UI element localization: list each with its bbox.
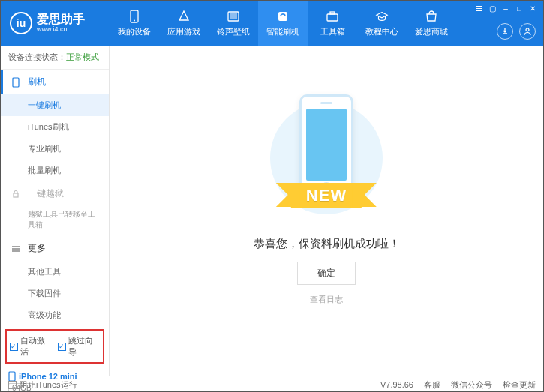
- footer-left: 阻止iTunes运行: [8, 379, 77, 391]
- logo-icon: iu: [10, 12, 32, 34]
- nav-store[interactable]: 爱思商城: [407, 1, 456, 46]
- app-url: www.i4.cn: [37, 25, 85, 34]
- svg-rect-8: [13, 78, 19, 87]
- phone-icon: [11, 77, 22, 88]
- sidebar: 设备连接状态：正常模式 刷机 一键刷机 iTunes刷机 专业刷机 批量刷机 一…: [1, 46, 110, 376]
- store-icon: [425, 10, 438, 23]
- checkbox-block-itunes[interactable]: 阻止iTunes运行: [8, 379, 77, 391]
- header-actions: [497, 23, 536, 40]
- nav-apps[interactable]: 应用游戏: [159, 1, 209, 46]
- success-message: 恭喜您，保资料刷机成功啦！: [254, 237, 400, 251]
- svg-rect-4: [278, 12, 287, 21]
- connection-status: 设备连接状态：正常模式: [1, 46, 109, 70]
- checkbox-auto-activate[interactable]: ✓ 自动激活: [10, 335, 52, 358]
- success-illustration: NEW: [270, 94, 383, 222]
- sidebar-item-advanced[interactable]: 高级功能: [1, 304, 109, 326]
- new-banner: NEW: [291, 183, 362, 208]
- version-label: V7.98.66: [380, 380, 413, 389]
- menu-icon[interactable]: ☰: [473, 4, 485, 13]
- main-nav: 我的设备 应用游戏 铃声壁纸 智能刷机 工具箱 教程中心 爱思商城: [110, 1, 456, 46]
- nav-ringtones[interactable]: 铃声壁纸: [209, 1, 258, 46]
- checkmark-icon: ✓: [10, 343, 18, 351]
- svg-point-7: [526, 28, 529, 31]
- nav-tutorials[interactable]: 教程中心: [357, 1, 407, 46]
- toolbox-icon: [326, 10, 339, 23]
- logo-area: iu 爱思助手 www.i4.cn: [1, 12, 110, 34]
- skin-icon[interactable]: ▢: [486, 4, 498, 13]
- update-link[interactable]: 检查更新: [503, 379, 536, 391]
- more-icon: [11, 245, 22, 253]
- sidebar-item-batch-flash[interactable]: 批量刷机: [1, 160, 109, 181]
- close-button[interactable]: ✕: [527, 4, 539, 13]
- checkbox-skip-guide[interactable]: ✓ 跳过向导: [58, 335, 100, 358]
- app-header: iu 爱思助手 www.i4.cn 我的设备 应用游戏 铃声壁纸 智能刷机 工具…: [1, 1, 543, 46]
- flash-options: ✓ 自动激活 ✓ 跳过向导: [5, 329, 104, 364]
- sidebar-item-oneclick-flash[interactable]: 一键刷机: [1, 94, 109, 116]
- jailbreak-note: 越狱工具已转移至工具箱: [1, 206, 109, 236]
- checkmark-icon: ✓: [58, 343, 66, 351]
- nav-toolbox[interactable]: 工具箱: [308, 1, 357, 46]
- svg-rect-5: [327, 14, 338, 21]
- minimize-button[interactable]: –: [500, 4, 512, 13]
- sidebar-item-pro-flash[interactable]: 专业刷机: [1, 138, 109, 160]
- sidebar-section-more[interactable]: 更多: [1, 236, 109, 261]
- phone-icon: [128, 10, 141, 23]
- nav-flash[interactable]: 智能刷机: [258, 1, 308, 46]
- user-icon[interactable]: [519, 23, 536, 40]
- sidebar-item-download-firmware[interactable]: 下载固件: [1, 283, 109, 304]
- lock-icon: [11, 190, 22, 199]
- main-content: NEW 恭喜您，保资料刷机成功啦！ 确定 查看日志: [110, 46, 543, 376]
- footer-right: V7.98.66 客服 微信公众号 检查更新: [380, 379, 536, 391]
- svg-rect-9: [14, 193, 18, 197]
- flash-icon: [276, 10, 290, 23]
- checkbox-icon: [8, 381, 17, 389]
- maximize-button[interactable]: □: [513, 4, 525, 13]
- svg-point-1: [134, 19, 135, 21]
- status-value: 正常模式: [66, 52, 99, 61]
- app-name: 爱思助手: [37, 13, 85, 25]
- graduation-icon: [375, 10, 389, 23]
- confirm-button[interactable]: 确定: [297, 262, 356, 285]
- wallpaper-icon: [227, 10, 240, 23]
- wechat-link[interactable]: 微信公众号: [451, 379, 492, 391]
- support-link[interactable]: 客服: [424, 379, 440, 391]
- window-controls: ☰ ▢ – □ ✕: [468, 1, 543, 16]
- sidebar-item-itunes-flash[interactable]: iTunes刷机: [1, 116, 109, 138]
- sidebar-section-jailbreak[interactable]: 一键越狱: [1, 181, 109, 206]
- sidebar-section-flash[interactable]: 刷机: [1, 70, 109, 94]
- sidebar-item-other-tools[interactable]: 其他工具: [1, 261, 109, 283]
- svg-rect-6: [330, 12, 335, 14]
- svg-rect-3: [230, 13, 237, 19]
- view-log-link[interactable]: 查看日志: [310, 294, 343, 305]
- nav-my-device[interactable]: 我的设备: [110, 1, 159, 46]
- download-icon[interactable]: [497, 23, 513, 40]
- body-area: 设备连接状态：正常模式 刷机 一键刷机 iTunes刷机 专业刷机 批量刷机 一…: [1, 46, 543, 376]
- apps-icon: [177, 10, 191, 23]
